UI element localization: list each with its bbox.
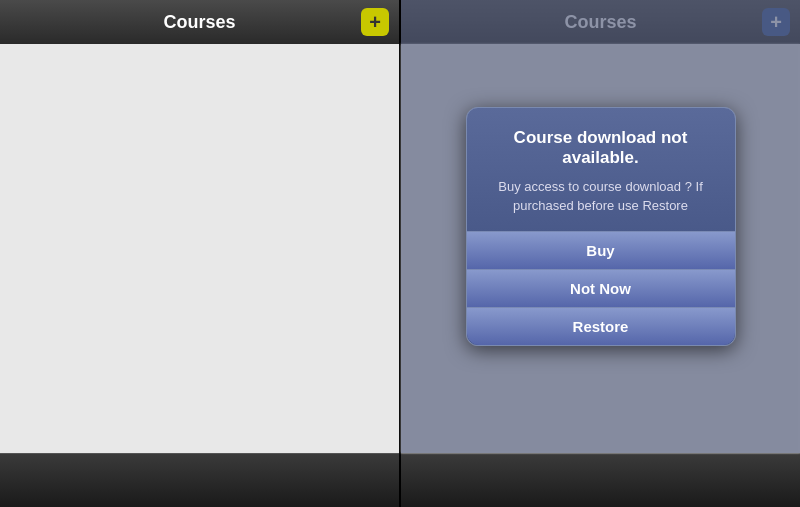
dialog-buy-button[interactable]: Buy	[467, 231, 735, 269]
dialog-restore-button[interactable]: Restore	[467, 307, 735, 345]
right-phone: Courses + Course download not available.…	[401, 0, 800, 507]
left-add-button[interactable]: +	[361, 8, 389, 36]
dialog-not-now-button[interactable]: Not Now	[467, 269, 735, 307]
left-course-list	[0, 44, 399, 453]
left-header-title: Courses	[163, 12, 235, 33]
dialog-overlay: Course download not available. Buy acces…	[401, 0, 800, 453]
left-phone: Courses +	[0, 0, 399, 507]
left-tab-bar	[0, 453, 399, 507]
right-tab-bar	[401, 453, 800, 507]
dialog-title: Course download not available.	[483, 128, 719, 168]
course-download-dialog: Course download not available. Buy acces…	[466, 107, 736, 345]
left-header: Courses +	[0, 0, 399, 44]
dialog-body: Buy access to course download ? If purch…	[483, 178, 719, 214]
